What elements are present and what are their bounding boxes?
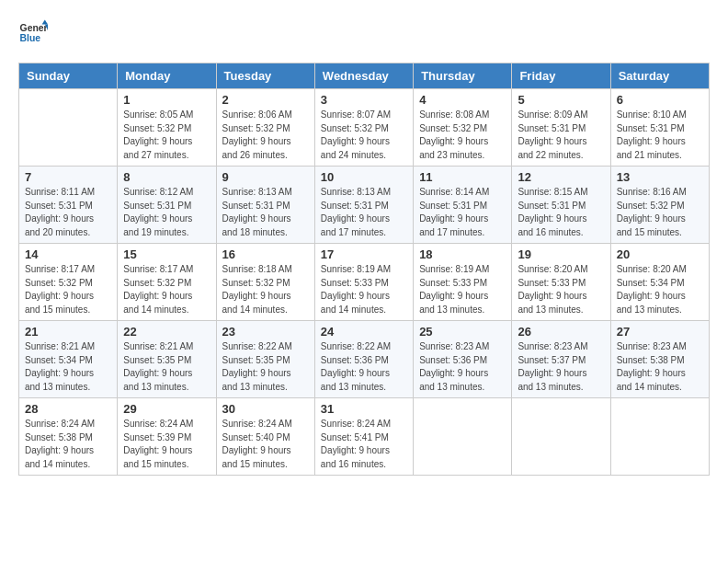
calendar-cell: 24Sunrise: 8:22 AM Sunset: 5:36 PM Dayli… bbox=[314, 321, 413, 398]
day-number: 6 bbox=[617, 93, 703, 107]
day-info: Sunrise: 8:19 AM Sunset: 5:33 PM Dayligh… bbox=[321, 263, 407, 316]
calendar-cell bbox=[610, 398, 709, 476]
day-number: 19 bbox=[518, 247, 604, 261]
day-number: 26 bbox=[518, 325, 604, 339]
day-info: Sunrise: 8:16 AM Sunset: 5:32 PM Dayligh… bbox=[617, 186, 703, 239]
day-info: Sunrise: 8:08 AM Sunset: 5:32 PM Dayligh… bbox=[419, 109, 506, 162]
calendar-cell: 8Sunrise: 8:12 AM Sunset: 5:31 PM Daylig… bbox=[118, 167, 216, 244]
calendar-cell: 12Sunrise: 8:15 AM Sunset: 5:31 PM Dayli… bbox=[512, 167, 610, 244]
calendar-cell: 26Sunrise: 8:23 AM Sunset: 5:37 PM Dayli… bbox=[512, 321, 610, 398]
day-info: Sunrise: 8:23 AM Sunset: 5:37 PM Dayligh… bbox=[518, 340, 604, 394]
day-number: 8 bbox=[123, 170, 210, 184]
svg-marker-2 bbox=[42, 20, 48, 25]
day-info: Sunrise: 8:21 AM Sunset: 5:35 PM Dayligh… bbox=[123, 340, 210, 394]
calendar-cell: 20Sunrise: 8:20 AM Sunset: 5:34 PM Dayli… bbox=[610, 244, 709, 321]
calendar-cell: 22Sunrise: 8:21 AM Sunset: 5:35 PM Dayli… bbox=[118, 321, 216, 398]
day-number: 13 bbox=[617, 170, 703, 184]
day-number: 27 bbox=[617, 325, 703, 339]
day-info: Sunrise: 8:14 AM Sunset: 5:31 PM Dayligh… bbox=[419, 186, 506, 239]
day-info: Sunrise: 8:24 AM Sunset: 5:40 PM Dayligh… bbox=[222, 418, 309, 471]
calendar-week-row: 28Sunrise: 8:24 AM Sunset: 5:38 PM Dayli… bbox=[19, 398, 710, 476]
day-info: Sunrise: 8:20 AM Sunset: 5:34 PM Dayligh… bbox=[617, 263, 703, 316]
calendar-cell: 23Sunrise: 8:22 AM Sunset: 5:35 PM Dayli… bbox=[216, 321, 314, 398]
day-number: 17 bbox=[321, 247, 407, 261]
calendar-cell: 25Sunrise: 8:23 AM Sunset: 5:36 PM Dayli… bbox=[414, 321, 512, 398]
logo: General Blue bbox=[18, 18, 48, 48]
day-number: 3 bbox=[321, 93, 407, 107]
calendar-header-thursday: Thursday bbox=[414, 63, 512, 89]
calendar-cell: 2Sunrise: 8:06 AM Sunset: 5:32 PM Daylig… bbox=[216, 89, 314, 167]
calendar-cell bbox=[512, 398, 610, 476]
calendar-cell: 13Sunrise: 8:16 AM Sunset: 5:32 PM Dayli… bbox=[610, 167, 709, 244]
day-info: Sunrise: 8:24 AM Sunset: 5:39 PM Dayligh… bbox=[123, 418, 210, 471]
day-number: 18 bbox=[419, 247, 506, 261]
header: General Blue bbox=[18, 18, 710, 48]
day-number: 29 bbox=[123, 402, 210, 416]
day-info: Sunrise: 8:05 AM Sunset: 5:32 PM Dayligh… bbox=[123, 109, 210, 162]
day-number: 28 bbox=[25, 402, 111, 416]
calendar-cell: 31Sunrise: 8:24 AM Sunset: 5:41 PM Dayli… bbox=[314, 398, 413, 476]
calendar-header-monday: Monday bbox=[118, 63, 216, 89]
calendar-cell: 29Sunrise: 8:24 AM Sunset: 5:39 PM Dayli… bbox=[118, 398, 216, 476]
calendar-week-row: 14Sunrise: 8:17 AM Sunset: 5:32 PM Dayli… bbox=[19, 244, 710, 321]
svg-text:General: General bbox=[20, 23, 48, 33]
calendar-week-row: 21Sunrise: 8:21 AM Sunset: 5:34 PM Dayli… bbox=[19, 321, 710, 398]
calendar-cell: 16Sunrise: 8:18 AM Sunset: 5:32 PM Dayli… bbox=[216, 244, 314, 321]
calendar-header-sunday: Sunday bbox=[19, 63, 118, 89]
calendar-cell: 3Sunrise: 8:07 AM Sunset: 5:32 PM Daylig… bbox=[314, 89, 413, 167]
day-info: Sunrise: 8:17 AM Sunset: 5:32 PM Dayligh… bbox=[25, 263, 111, 316]
day-number: 23 bbox=[222, 325, 309, 339]
calendar-header-saturday: Saturday bbox=[610, 63, 709, 89]
day-info: Sunrise: 8:17 AM Sunset: 5:32 PM Dayligh… bbox=[123, 263, 210, 316]
calendar-cell: 11Sunrise: 8:14 AM Sunset: 5:31 PM Dayli… bbox=[414, 167, 512, 244]
calendar-header-row: SundayMondayTuesdayWednesdayThursdayFrid… bbox=[19, 63, 710, 89]
day-number: 1 bbox=[123, 93, 210, 107]
day-info: Sunrise: 8:23 AM Sunset: 5:38 PM Dayligh… bbox=[617, 340, 703, 394]
calendar-cell: 15Sunrise: 8:17 AM Sunset: 5:32 PM Dayli… bbox=[118, 244, 216, 321]
calendar-header-tuesday: Tuesday bbox=[216, 63, 314, 89]
day-info: Sunrise: 8:19 AM Sunset: 5:33 PM Dayligh… bbox=[419, 263, 506, 316]
day-number: 11 bbox=[419, 170, 506, 184]
day-number: 9 bbox=[222, 170, 309, 184]
calendar-cell bbox=[19, 89, 118, 167]
calendar-cell: 9Sunrise: 8:13 AM Sunset: 5:31 PM Daylig… bbox=[216, 167, 314, 244]
day-number: 30 bbox=[222, 402, 309, 416]
day-info: Sunrise: 8:15 AM Sunset: 5:31 PM Dayligh… bbox=[518, 186, 604, 239]
calendar-cell: 30Sunrise: 8:24 AM Sunset: 5:40 PM Dayli… bbox=[216, 398, 314, 476]
day-info: Sunrise: 8:18 AM Sunset: 5:32 PM Dayligh… bbox=[222, 263, 309, 316]
calendar-cell bbox=[414, 398, 512, 476]
day-info: Sunrise: 8:07 AM Sunset: 5:32 PM Dayligh… bbox=[321, 109, 407, 162]
day-info: Sunrise: 8:24 AM Sunset: 5:38 PM Dayligh… bbox=[25, 418, 111, 471]
day-info: Sunrise: 8:11 AM Sunset: 5:31 PM Dayligh… bbox=[25, 186, 111, 239]
calendar-cell: 21Sunrise: 8:21 AM Sunset: 5:34 PM Dayli… bbox=[19, 321, 118, 398]
day-info: Sunrise: 8:23 AM Sunset: 5:36 PM Dayligh… bbox=[419, 340, 506, 394]
calendar-cell: 28Sunrise: 8:24 AM Sunset: 5:38 PM Dayli… bbox=[19, 398, 118, 476]
day-info: Sunrise: 8:10 AM Sunset: 5:31 PM Dayligh… bbox=[617, 109, 703, 162]
day-number: 24 bbox=[321, 325, 407, 339]
calendar-table: SundayMondayTuesdayWednesdayThursdayFrid… bbox=[18, 63, 710, 476]
calendar-header-friday: Friday bbox=[512, 63, 610, 89]
calendar-cell: 6Sunrise: 8:10 AM Sunset: 5:31 PM Daylig… bbox=[610, 89, 709, 167]
calendar-header-wednesday: Wednesday bbox=[314, 63, 413, 89]
day-number: 22 bbox=[123, 325, 210, 339]
calendar-cell: 14Sunrise: 8:17 AM Sunset: 5:32 PM Dayli… bbox=[19, 244, 118, 321]
day-info: Sunrise: 8:09 AM Sunset: 5:31 PM Dayligh… bbox=[518, 109, 604, 162]
day-number: 25 bbox=[419, 325, 506, 339]
day-number: 20 bbox=[617, 247, 703, 261]
calendar-cell: 4Sunrise: 8:08 AM Sunset: 5:32 PM Daylig… bbox=[414, 89, 512, 167]
calendar-cell: 7Sunrise: 8:11 AM Sunset: 5:31 PM Daylig… bbox=[19, 167, 118, 244]
day-number: 4 bbox=[419, 93, 506, 107]
day-info: Sunrise: 8:12 AM Sunset: 5:31 PM Dayligh… bbox=[123, 186, 210, 239]
day-info: Sunrise: 8:20 AM Sunset: 5:33 PM Dayligh… bbox=[518, 263, 604, 316]
day-number: 21 bbox=[25, 325, 111, 339]
day-number: 16 bbox=[222, 247, 309, 261]
calendar-cell: 1Sunrise: 8:05 AM Sunset: 5:32 PM Daylig… bbox=[118, 89, 216, 167]
day-number: 10 bbox=[321, 170, 407, 184]
calendar-cell: 27Sunrise: 8:23 AM Sunset: 5:38 PM Dayli… bbox=[610, 321, 709, 398]
calendar-cell: 10Sunrise: 8:13 AM Sunset: 5:31 PM Dayli… bbox=[314, 167, 413, 244]
day-info: Sunrise: 8:22 AM Sunset: 5:35 PM Dayligh… bbox=[222, 340, 309, 394]
day-info: Sunrise: 8:22 AM Sunset: 5:36 PM Dayligh… bbox=[321, 340, 407, 394]
day-number: 12 bbox=[518, 170, 604, 184]
day-number: 2 bbox=[222, 93, 309, 107]
logo-icon: General Blue bbox=[18, 18, 48, 48]
